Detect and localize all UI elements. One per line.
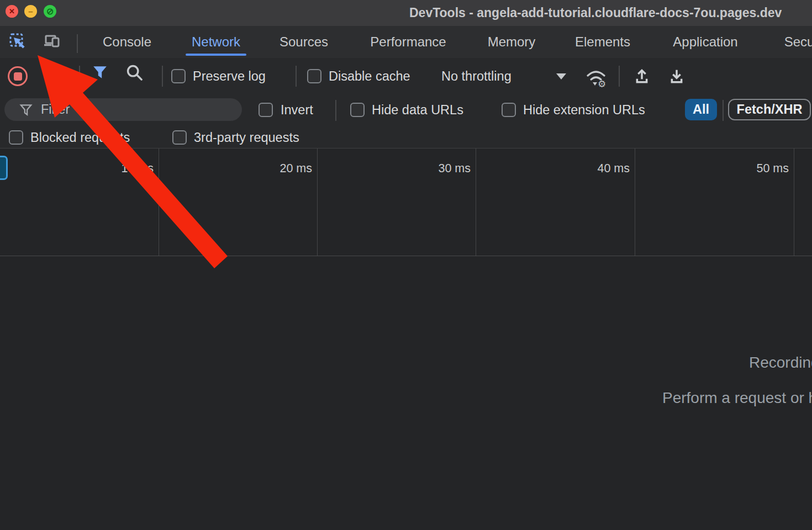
export-har-icon[interactable] bbox=[668, 67, 686, 86]
zoom-window-button[interactable]: ⊘ bbox=[44, 5, 56, 18]
tab-application[interactable]: Application bbox=[673, 34, 737, 50]
hide-data-urls-label: Hide data URLs bbox=[372, 103, 463, 118]
invert-label: Invert bbox=[281, 103, 313, 118]
import-har-icon[interactable] bbox=[633, 67, 651, 86]
disable-cache-label: Disable cache bbox=[329, 69, 410, 84]
timeline-gridline bbox=[476, 149, 476, 256]
inspect-element-button[interactable] bbox=[8, 31, 28, 51]
devtools-window: ✕ – ⊘ DevTools - angela-add-tutorial.clo… bbox=[0, 0, 812, 530]
request-type-chip-fetch-xhr[interactable]: Fetch/XHR bbox=[728, 99, 811, 120]
tabbar-divider bbox=[77, 34, 78, 53]
inspect-cursor-icon bbox=[8, 31, 28, 51]
tab-memory[interactable]: Memory bbox=[488, 34, 536, 50]
filter-input[interactable] bbox=[40, 102, 224, 118]
tab-console[interactable]: Console bbox=[103, 34, 151, 50]
recording-status-text: Recording network activity… bbox=[749, 354, 812, 372]
invert-checkbox[interactable] bbox=[259, 103, 273, 117]
blocked-requests-label: Blocked requests bbox=[30, 130, 130, 145]
timeline-tick-label: 30 ms bbox=[404, 162, 471, 176]
timeline-gridline bbox=[794, 149, 794, 256]
timeline-gridline bbox=[317, 149, 318, 256]
filter-toggle-icon[interactable] bbox=[92, 64, 108, 81]
hide-data-urls-checkbox[interactable] bbox=[350, 103, 365, 117]
toolbar-divider bbox=[619, 66, 620, 87]
third-party-requests-label: 3rd-party requests bbox=[194, 130, 299, 145]
third-party-requests-checkbox[interactable] bbox=[172, 130, 187, 145]
hide-extension-urls-label: Hide extension URLs bbox=[523, 103, 645, 118]
blocked-requests-checkbox[interactable] bbox=[9, 130, 23, 145]
overview-selection-handle[interactable] bbox=[0, 156, 8, 180]
toolbar-divider bbox=[162, 66, 163, 87]
filter-funnel-icon bbox=[19, 103, 33, 117]
filter-input-container[interactable] bbox=[4, 98, 242, 121]
tab-network[interactable]: Network bbox=[192, 34, 240, 50]
toolbar-divider bbox=[296, 66, 297, 87]
preserve-log-checkbox[interactable] bbox=[171, 69, 186, 83]
request-type-chip-all[interactable]: All bbox=[685, 99, 717, 120]
timeline-gridline bbox=[159, 149, 159, 256]
search-icon[interactable] bbox=[125, 63, 143, 81]
timeline-tick-label: 50 ms bbox=[723, 162, 789, 176]
network-conditions-icon[interactable]: ⚙ bbox=[584, 67, 609, 88]
filterbar-divider bbox=[335, 100, 336, 121]
chevron-down-icon[interactable] bbox=[556, 73, 566, 80]
title-bar: ✕ – ⊘ DevTools - angela-add-tutorial.clo… bbox=[0, 0, 812, 27]
svg-text:⚙: ⚙ bbox=[598, 79, 606, 88]
timeline-gridline bbox=[635, 149, 635, 256]
timeline-tick-label: 40 ms bbox=[563, 162, 630, 176]
tab-sources[interactable]: Sources bbox=[280, 34, 328, 50]
disable-cache-checkbox[interactable] bbox=[307, 69, 321, 83]
throttling-select[interactable]: No throttling bbox=[441, 69, 512, 84]
record-network-log-button[interactable] bbox=[8, 66, 28, 86]
more-filters-row: Blocked requests 3rd-party requests bbox=[0, 126, 812, 148]
filterbar-divider bbox=[723, 100, 724, 121]
tab-performance[interactable]: Performance bbox=[370, 34, 446, 50]
device-toolbar-icon bbox=[42, 31, 62, 51]
active-tab-underline bbox=[186, 54, 246, 56]
window-title: DevTools - angela-add-tutorial.cloudflar… bbox=[409, 6, 782, 20]
network-toolbar: Preserve log Disable cache No throttling… bbox=[0, 58, 812, 94]
preserve-log-label: Preserve log bbox=[193, 69, 266, 84]
toolbar-divider bbox=[79, 66, 80, 87]
network-overview-timeline[interactable]: 10 ms 20 ms 30 ms 40 ms 50 ms bbox=[0, 148, 812, 256]
tab-security[interactable]: Security bbox=[784, 34, 812, 50]
perform-request-hint-text: Perform a request or hit ⌘ R to record t… bbox=[662, 389, 812, 407]
tab-elements[interactable]: Elements bbox=[575, 34, 630, 50]
minimize-window-button[interactable]: – bbox=[24, 5, 37, 18]
hide-extension-urls-checkbox[interactable] bbox=[502, 103, 516, 117]
timeline-tick-label: 10 ms bbox=[87, 162, 154, 176]
toggle-device-toolbar-button[interactable] bbox=[42, 31, 62, 51]
devtools-tab-bar: Console Network Sources Performance Memo… bbox=[0, 26, 812, 59]
close-window-button[interactable]: ✕ bbox=[6, 5, 18, 18]
record-stop-icon bbox=[14, 72, 22, 81]
timeline-tick-label: 20 ms bbox=[246, 162, 312, 176]
network-filter-bar: Invert Hide data URLs Hide extension URL… bbox=[0, 94, 812, 126]
